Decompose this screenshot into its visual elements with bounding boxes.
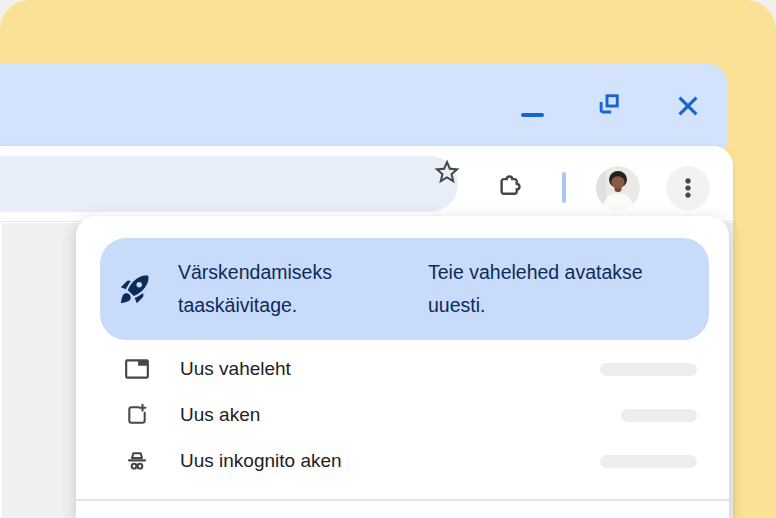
browser-dropdown-menu: Värskendamiseks taaskäivitage. Teie vahe… (76, 216, 729, 518)
shortcut-placeholder-bar (600, 363, 697, 376)
menu-item-new-tab[interactable]: Uus vaheleht (76, 346, 729, 392)
shortcut-placeholder-bar (621, 409, 697, 422)
menu-item-new-window[interactable]: Uus aken (76, 392, 729, 438)
close-icon (674, 92, 702, 120)
browser-toolbar (0, 146, 733, 222)
minimize-icon (521, 113, 544, 117)
menu-item-label: Uus inkognito aken (180, 450, 342, 472)
banner-secondary-text: Teie vahelehed avatakse uuesti. (428, 256, 690, 322)
bookmark-button[interactable] (432, 157, 462, 187)
three-dot-icon (675, 175, 701, 201)
new-window-icon (124, 402, 150, 428)
avatar (596, 166, 640, 210)
browser-menu-button[interactable] (666, 166, 710, 210)
puzzle-icon (494, 171, 525, 202)
rocket-launch-icon (118, 272, 152, 306)
browser-titlebar (0, 64, 727, 148)
address-bar[interactable] (0, 156, 458, 212)
extensions-button[interactable] (494, 171, 525, 202)
menu-item-label: Uus vaheleht (180, 358, 291, 380)
close-button[interactable] (673, 91, 703, 121)
window-controls (517, 88, 703, 124)
incognito-icon (124, 448, 150, 474)
shortcut-placeholder-bar (600, 455, 697, 468)
restore-button[interactable] (595, 91, 625, 121)
restore-icon (595, 91, 625, 121)
menu-item-label: Uus aken (180, 404, 260, 426)
menu-item-list: Uus vaheleht Uus aken Uus (76, 346, 729, 484)
menu-section-divider (76, 499, 729, 501)
minimize-button[interactable] (517, 91, 547, 121)
screenshot-stage: Värskendamiseks taaskäivitage. Teie vahe… (0, 0, 776, 518)
menu-item-new-incognito-window[interactable]: Uus inkognito aken (76, 438, 729, 484)
star-icon (432, 157, 462, 187)
profile-button[interactable] (596, 166, 640, 210)
relaunch-banner[interactable]: Värskendamiseks taaskäivitage. Teie vahe… (100, 238, 709, 340)
new-tab-icon (124, 356, 150, 382)
toolbar-divider (562, 172, 566, 203)
banner-primary-text: Värskendamiseks taaskäivitage. (178, 256, 396, 322)
